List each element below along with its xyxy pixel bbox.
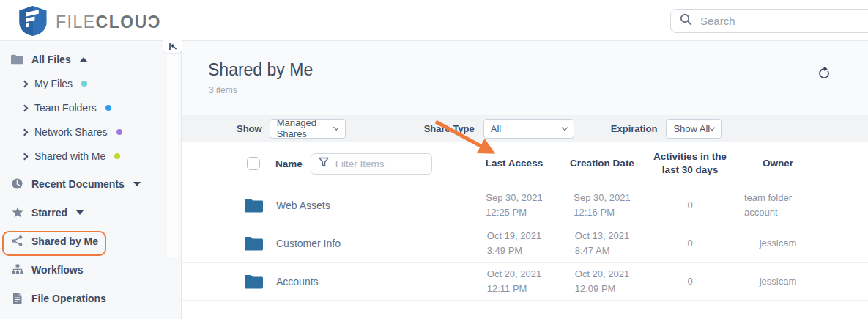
sidebar-item-label: All Files: [31, 54, 71, 65]
expand-caret-icon[interactable]: [76, 210, 84, 215]
sidebar-item-file-operations[interactable]: File Operations: [0, 291, 181, 305]
collapse-caret-icon[interactable]: [80, 57, 87, 62]
star-icon: [10, 207, 24, 218]
column-header-name[interactable]: Name: [275, 158, 303, 169]
share-icon: [10, 235, 24, 246]
sidebar-item-label: Shared with Me: [34, 150, 105, 162]
folder-icon: [10, 54, 24, 65]
creation-date: Oct 13, 2021: [575, 230, 629, 241]
last-access-date: Oct 19, 2021: [487, 230, 541, 241]
chevron-right-icon[interactable]: [21, 153, 29, 160]
activities-count: 0: [646, 238, 734, 249]
last-access-time: 12:11 PM: [487, 283, 527, 294]
main-content: Shared by Me 3 items Show Managed Shares…: [182, 41, 868, 319]
chevron-right-icon[interactable]: [21, 128, 29, 136]
column-header-activities[interactable]: Activities in the last 30 days: [646, 150, 734, 177]
sidebar-item-shared-by-me[interactable]: Shared by Me: [0, 234, 181, 248]
owner-name: jessicam: [734, 238, 822, 249]
sidebar-item-recent-documents[interactable]: Recent Documents: [0, 177, 181, 191]
show-filter-label: Show: [237, 123, 262, 134]
sidebar-item-label: Workflows: [31, 264, 84, 276]
status-dot: [114, 153, 120, 159]
collapse-arrow-icon: [168, 40, 177, 54]
chevron-down-icon: [709, 124, 715, 130]
status-dot: [116, 129, 122, 135]
expiration-value: Show All: [673, 123, 710, 134]
sidebar: All Files My Files Team Folders Network …: [0, 41, 182, 319]
name-filter-input[interactable]: [335, 158, 416, 169]
sidebar-item-label: Shared by Me: [31, 235, 98, 247]
refresh-button[interactable]: [817, 66, 831, 81]
folder-icon: [245, 198, 263, 213]
column-header-creation-date[interactable]: Creation Date: [558, 157, 646, 170]
owner-name: jessicam: [734, 276, 822, 287]
owner-name: team folder account: [744, 191, 812, 219]
share-type-dropdown[interactable]: All: [483, 119, 574, 139]
share-name[interactable]: Accounts: [276, 276, 319, 287]
chevron-right-icon[interactable]: [21, 104, 29, 111]
folder-icon: [245, 236, 263, 251]
sidebar-item-label: Recent Documents: [31, 178, 125, 190]
page-title: Shared by Me: [208, 60, 313, 80]
activities-count: 0: [646, 276, 734, 287]
search-icon: [680, 13, 692, 29]
expiration-label: Expiration: [611, 123, 658, 134]
sidebar-item-label: Starred: [31, 207, 67, 219]
creation-date: Oct 20, 2021: [575, 268, 629, 279]
sidebar-item-label: My Files: [34, 78, 73, 89]
show-filter-dropdown[interactable]: Managed Shares: [270, 119, 346, 139]
creation-time: 12:16 PM: [574, 207, 615, 218]
share-type-value: All: [491, 123, 501, 134]
folder-icon: [245, 274, 263, 289]
sidebar-item-all-files[interactable]: All Files: [0, 53, 181, 66]
chevron-right-icon[interactable]: [21, 80, 29, 87]
filecloud-logo[interactable]: FILECLOUƆ: [19, 6, 161, 39]
items-count: 3 items: [209, 85, 237, 95]
sidebar-item-my-files[interactable]: My Files: [0, 77, 181, 90]
chevron-down-icon: [562, 124, 568, 130]
sidebar-item-label: Network Shares: [34, 126, 108, 138]
select-all-checkbox[interactable]: [247, 157, 260, 170]
top-header: FILECLOUƆ: [0, 0, 868, 41]
shares-table: Name Last Access Creation Date Activitie…: [182, 142, 868, 301]
sidebar-item-shared-with-me[interactable]: Shared with Me: [0, 150, 181, 163]
global-search[interactable]: [670, 9, 868, 33]
creation-time: 12:09 PM: [575, 283, 616, 294]
sidebar-item-label: Team Folders: [34, 102, 97, 114]
share-name[interactable]: Customer Info: [276, 238, 341, 249]
column-header-last-access[interactable]: Last Access: [470, 157, 558, 170]
share-name[interactable]: Web Assets: [276, 199, 330, 211]
table-header-row: Name Last Access Creation Date Activitie…: [182, 142, 868, 186]
table-row[interactable]: Accounts Oct 20, 202112:11 PM Oct 20, 20…: [182, 263, 868, 301]
name-filter-field[interactable]: [311, 153, 432, 175]
share-type-label: Share Type: [424, 123, 475, 134]
search-input[interactable]: [700, 15, 847, 27]
expiration-dropdown[interactable]: Show All: [666, 119, 722, 139]
sidebar-item-team-folders[interactable]: Team Folders: [0, 101, 181, 114]
last-access-time: 12:25 PM: [486, 207, 527, 218]
table-row[interactable]: Web Assets Sep 30, 202112:25 PM Sep 30, …: [182, 186, 868, 224]
sidebar-item-label: File Operations: [31, 293, 106, 304]
expand-caret-icon[interactable]: [133, 182, 141, 186]
filter-toolbar: Show Managed Shares Share Type All Expir…: [182, 115, 868, 142]
creation-date: Sep 30, 2021: [574, 192, 630, 203]
creation-time: 8:47 AM: [575, 245, 610, 256]
sidebar-item-workflows[interactable]: Workflows: [0, 263, 181, 276]
last-access-time: 3:49 PM: [487, 245, 522, 256]
show-filter-value: Managed Shares: [277, 117, 341, 139]
sidebar-item-starred[interactable]: Starred: [0, 205, 181, 219]
last-access-date: Oct 20, 2021: [487, 268, 541, 279]
status-dot: [81, 81, 87, 87]
last-access-date: Sep 30, 2021: [486, 192, 542, 203]
page-header: Shared by Me 3 items: [182, 41, 868, 115]
document-icon: [10, 293, 24, 304]
status-dot: [105, 105, 111, 111]
filecloud-shield-icon: [19, 6, 47, 39]
workflow-icon: [10, 264, 24, 275]
sidebar-item-network-shares[interactable]: Network Shares: [0, 125, 181, 139]
column-header-owner[interactable]: Owner: [734, 157, 822, 170]
sidebar-collapse-button[interactable]: [163, 40, 182, 54]
filecloud-app: FILECLOUƆ All Files: [0, 0, 868, 319]
table-row[interactable]: Customer Info Oct 19, 20213:49 PM Oct 13…: [182, 224, 868, 263]
funnel-icon: [319, 157, 329, 170]
